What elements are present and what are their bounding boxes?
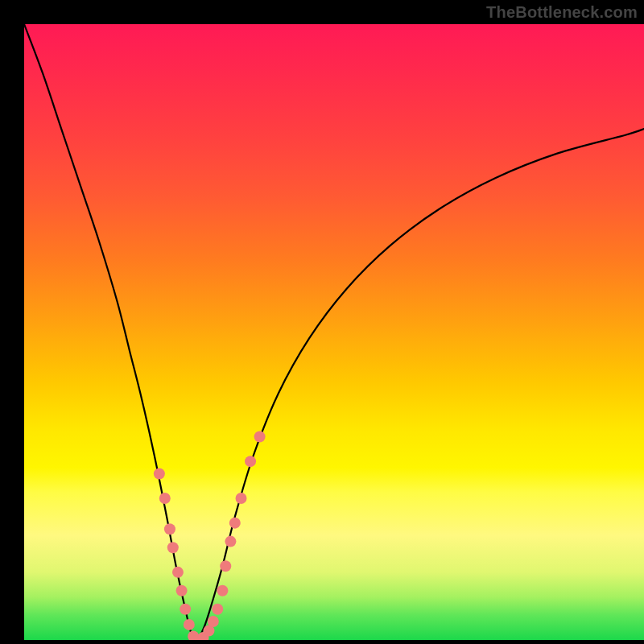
watermark-text: TheBottleneck.com xyxy=(486,3,638,22)
highlight-dot xyxy=(220,560,231,572)
highlight-dot xyxy=(217,585,228,597)
highlight-dot xyxy=(154,468,165,479)
curve-layer xyxy=(24,24,644,640)
highlight-dot xyxy=(172,567,184,578)
highlight-dot xyxy=(176,585,188,597)
highlight-dot xyxy=(225,536,236,547)
highlight-dot xyxy=(208,616,219,627)
highlight-dot xyxy=(180,604,191,615)
highlight-dot xyxy=(236,493,247,504)
highlight-dot xyxy=(229,518,241,529)
highlight-dot xyxy=(167,542,179,553)
plot-area xyxy=(24,24,644,640)
highlight-dot xyxy=(159,493,171,504)
highlight-dot xyxy=(245,456,256,467)
highlight-dot xyxy=(164,523,175,535)
chart-stage: TheBottleneck.com xyxy=(0,0,644,644)
highlight-dot xyxy=(212,604,223,615)
bottleneck-curve-right xyxy=(198,129,644,640)
highlight-dot xyxy=(254,431,266,443)
highlight-dot xyxy=(184,619,195,630)
